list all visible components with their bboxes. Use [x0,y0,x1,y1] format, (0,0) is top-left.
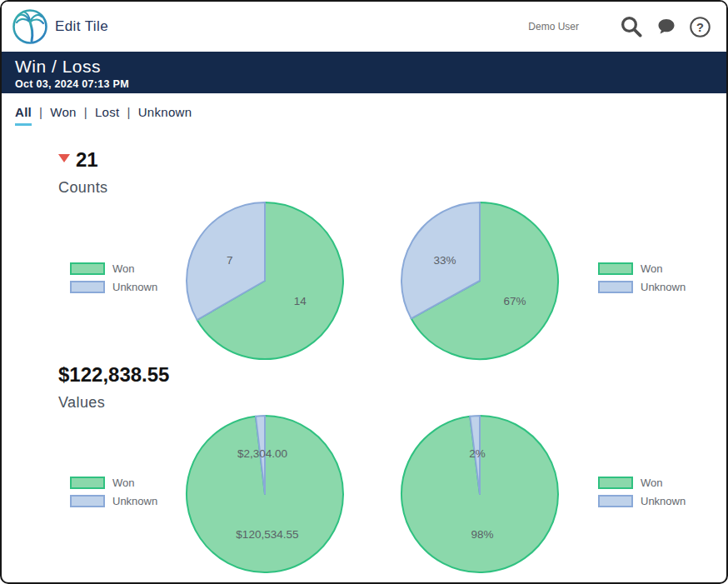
pie-chart-counts-absolute: 147 [185,201,345,361]
legend-values-left: Won Unknown [70,477,157,507]
trend-down-icon [58,154,70,162]
tab-separator: | [39,105,42,119]
pie-slice-label: 98% [471,528,494,541]
tab-unknown[interactable]: Unknown [138,105,192,123]
search-icon[interactable] [619,14,644,39]
tab-lost[interactable]: Lost [95,105,120,123]
values-section-label: Values [58,394,105,412]
counts-total: 21 [76,150,98,170]
tile-timestamp: Oct 03, 2024 07:13 PM [15,77,713,92]
unknown-swatch [598,495,633,507]
filter-tabs: All | Won | Lost | Unknown [15,105,192,126]
tile-header: Win / Loss Oct 03, 2024 07:13 PM [2,52,726,93]
top-bar: Edit Tile Demo User ? [2,2,726,52]
legend-item-won[interactable]: Won [70,477,157,489]
won-swatch [70,477,105,489]
legend-values-right: Won Unknown [598,477,686,507]
pie-slice-label: 33% [433,254,456,267]
legend-label: Won [112,477,135,489]
legend-item-unknown[interactable]: Unknown [598,495,686,507]
pie-slice-label: 67% [504,295,526,307]
legend-label: Won [641,477,663,489]
pie-slice-label: $2,304.00 [237,447,287,460]
won-swatch [70,262,105,275]
pie-slice-label: 14 [294,295,307,307]
legend-counts-left: Won Unknown [70,262,157,293]
question-mark-glyph: ? [696,20,704,33]
legend-label: Won [641,262,663,275]
legend-item-won[interactable]: Won [598,262,686,275]
tile-title: Win / Loss [15,56,713,77]
tab-won[interactable]: Won [50,105,76,123]
tab-all[interactable]: All [15,105,32,126]
legend-item-unknown[interactable]: Unknown [598,281,686,293]
user-menu[interactable]: Demo User [528,21,579,32]
tab-separator: | [127,105,131,119]
won-swatch [598,477,633,489]
values-total: $122,838.55 [58,365,169,385]
chat-icon[interactable] [656,17,677,37]
counts-section-label: Counts [58,179,107,197]
legend-item-won[interactable]: Won [598,477,686,489]
legend-item-won[interactable]: Won [70,262,157,275]
legend-label: Unknown [641,281,686,293]
page-title: Edit Tile [55,18,108,35]
palm-tree-logo-icon [12,8,48,45]
legend-label: Unknown [112,495,157,507]
unknown-swatch [70,281,105,293]
won-swatch [598,262,633,275]
app-window: Edit Tile Demo User ? [0,0,728,584]
help-icon[interactable]: ? [689,16,711,38]
pie-chart-counts-percent: 67%33% [400,201,560,361]
legend-label: Won [112,262,135,275]
unknown-swatch [70,495,105,507]
pie-slice-label: 7 [227,254,233,267]
values-stat: $122,838.55 [58,365,169,385]
pie-chart-values-absolute: $120,534.55$2,304.00 [185,414,345,574]
pie-slice-label: $120,534.55 [236,528,298,541]
legend-item-unknown[interactable]: Unknown [70,495,157,507]
topbar-actions: Demo User ? [528,14,711,39]
legend-counts-right: Won Unknown [598,262,686,293]
legend-item-unknown[interactable]: Unknown [70,281,157,293]
pie-chart-values-percent: 98%2% [400,414,560,574]
unknown-swatch [598,281,633,293]
counts-stat: 21 [58,150,98,170]
legend-label: Unknown [641,495,686,507]
legend-label: Unknown [112,281,157,293]
pie-slice-label: 2% [469,447,486,460]
tab-separator: | [84,105,87,119]
